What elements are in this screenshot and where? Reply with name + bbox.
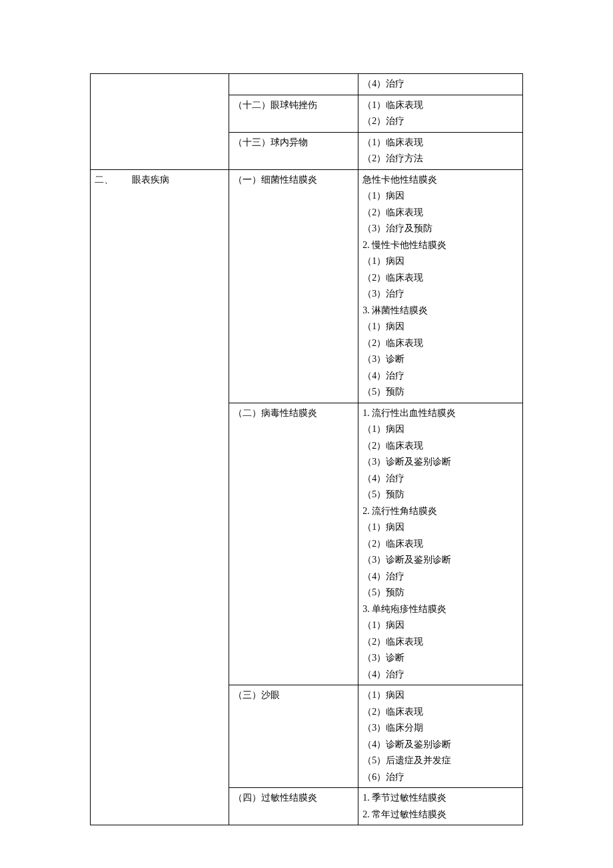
cell-col2: （一）细菌性结膜炎	[229, 169, 358, 403]
item-text: （一）细菌性结膜炎	[233, 172, 354, 189]
item-text: （4）治疗	[362, 76, 518, 93]
cell-col2: （十二）眼球钝挫伤	[229, 95, 358, 132]
item-text: （3）治疗	[362, 286, 518, 303]
item-text: （1）病因	[362, 519, 518, 536]
cell-col3: 1. 季节过敏性结膜炎 2. 常年过敏性结膜炎	[358, 788, 523, 825]
item-text: （4）治疗	[362, 667, 518, 683]
item-text: （2）临床表现	[362, 335, 518, 352]
item-text: （3）诊断	[362, 650, 518, 667]
table-row: （4）治疗	[91, 74, 523, 95]
item-text: （2）临床表现	[362, 634, 518, 651]
item-text: （1）临床表现	[362, 135, 518, 151]
item-text: （4）治疗	[362, 368, 518, 385]
item-text: （3）诊断及鉴别诊断	[362, 552, 518, 569]
item-text: （1）病因	[362, 253, 518, 270]
item-text: （3）诊断	[362, 351, 518, 368]
cell-col2: （三）沙眼	[229, 685, 358, 788]
cell-col2: （二）病毒性结膜炎	[229, 403, 358, 685]
table-body: （4）治疗 （十二）眼球钝挫伤 （1）临床表现 （2）治疗 （十三）球内异物	[91, 74, 523, 825]
cell-col3: 1. 流行性出血性结膜炎 （1）病因 （2）临床表现 （3）诊断及鉴别诊断 （4…	[358, 403, 523, 685]
item-text: 3. 单纯疱疹性结膜炎	[362, 601, 518, 618]
item-text: （6）治疗	[362, 769, 518, 786]
cell-col2	[229, 74, 358, 95]
cell-col2: （四）过敏性结膜炎	[229, 788, 358, 825]
item-text: （2）临床表现	[362, 438, 518, 455]
item-text: （四）过敏性结膜炎	[233, 790, 354, 807]
section-heading: 二、 眼表疾病	[95, 172, 225, 189]
item-text: （1）病因	[362, 617, 518, 634]
document-page: （4）治疗 （十二）眼球钝挫伤 （1）临床表现 （2）治疗 （十三）球内异物	[0, 0, 613, 868]
item-text: 2. 常年过敏性结膜炎	[362, 807, 518, 823]
item-text: 1. 流行性出血性结膜炎	[362, 405, 518, 422]
item-text: 1. 季节过敏性结膜炎	[362, 790, 518, 807]
cell-col3: （1）病因 （2）临床表现 （3）临床分期 （4）诊断及鉴别诊断 （5）后遗症及…	[358, 685, 523, 788]
cell-col2: （十三）球内异物	[229, 132, 358, 169]
item-text: （1）病因	[362, 421, 518, 438]
cell-col3: （1）临床表现 （2）治疗方法	[358, 132, 523, 169]
item-text: （1）病因	[362, 319, 518, 335]
item-text: （5）后遗症及并发症	[362, 753, 518, 769]
item-text: （2）临床表现	[362, 270, 518, 287]
item-text: （三）沙眼	[233, 687, 354, 704]
item-text: （4）治疗	[362, 569, 518, 585]
cell-col1	[91, 74, 229, 170]
item-text: （5）预防	[362, 384, 518, 401]
item-text: （二）病毒性结膜炎	[233, 405, 354, 422]
item-text: （5）预防	[362, 487, 518, 503]
item-text: （2）治疗方法	[362, 151, 518, 167]
item-text: （3）治疗及预防	[362, 221, 518, 237]
cell-col3: （4）治疗	[358, 74, 523, 95]
item-text: 2. 流行性角结膜炎	[362, 503, 518, 520]
item-text: 2. 慢性卡他性结膜炎	[362, 237, 518, 254]
item-text: （2）临床表现	[362, 536, 518, 553]
item-text: （1）病因	[362, 687, 518, 704]
cell-col3: 急性卡他性结膜炎 （1）病因 （2）临床表现 （3）治疗及预防 2. 慢性卡他性…	[358, 169, 523, 403]
item-text: （十三）球内异物	[233, 135, 354, 151]
item-text: （十二）眼球钝挫伤	[233, 97, 354, 114]
item-text: （3）临床分期	[362, 720, 518, 737]
item-text: （2）临床表现	[362, 205, 518, 221]
item-text: （2）治疗	[362, 113, 518, 130]
cell-col3: （1）临床表现 （2）治疗	[358, 95, 523, 132]
item-text: （4）诊断及鉴别诊断	[362, 737, 518, 753]
item-text: （1）临床表现	[362, 97, 518, 114]
item-text: （5）预防	[362, 585, 518, 601]
item-text: 急性卡他性结膜炎	[362, 172, 518, 189]
item-text: （1）病因	[362, 188, 518, 205]
item-text: （2）临床表现	[362, 704, 518, 721]
item-text: 3. 淋菌性结膜炎	[362, 303, 518, 319]
item-text: （4）治疗	[362, 471, 518, 487]
syllabus-table: （4）治疗 （十二）眼球钝挫伤 （1）临床表现 （2）治疗 （十三）球内异物	[90, 73, 523, 825]
table-row: 二、 眼表疾病 （一）细菌性结膜炎 急性卡他性结膜炎 （1）病因 （2）临床表现…	[91, 169, 523, 403]
cell-col1: 二、 眼表疾病	[91, 169, 229, 825]
item-text: （3）诊断及鉴别诊断	[362, 454, 518, 471]
